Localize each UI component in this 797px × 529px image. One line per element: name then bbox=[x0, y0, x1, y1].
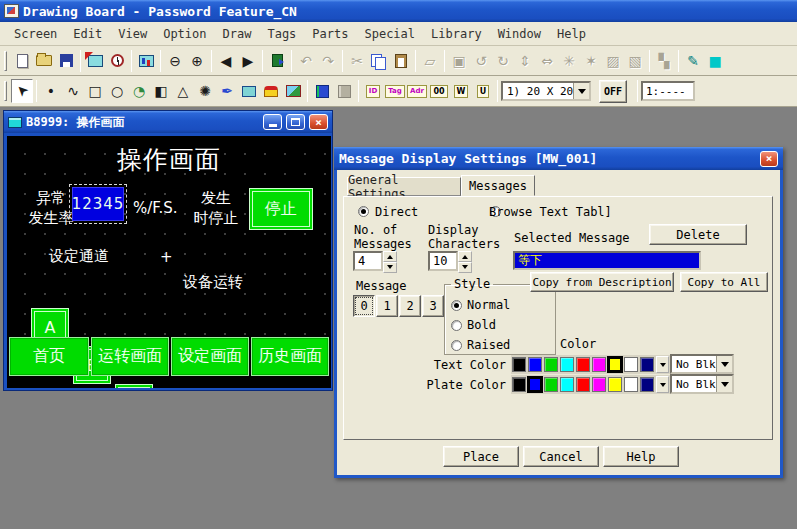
numeric-display[interactable]: 12345 bbox=[72, 187, 124, 221]
minimize-button[interactable] bbox=[263, 114, 282, 130]
exit-icon[interactable] bbox=[266, 49, 288, 73]
style-normal-radio[interactable] bbox=[451, 300, 462, 311]
color-swatch[interactable] bbox=[592, 377, 606, 392]
eraser-icon[interactable]: ▱ bbox=[419, 49, 441, 73]
dialog-titlebar[interactable]: Message Display Settings [MW_001] × bbox=[334, 147, 783, 170]
library-edit-icon[interactable] bbox=[333, 79, 355, 103]
direct-radio[interactable] bbox=[358, 206, 369, 217]
open-icon[interactable] bbox=[33, 49, 55, 73]
nav-history-screen-button[interactable]: 历史画面 bbox=[251, 337, 329, 376]
menu-help[interactable]: Help bbox=[549, 25, 594, 43]
copy-to-all-button[interactable]: Copy to All bbox=[680, 272, 768, 292]
drawing-canvas[interactable]: 操作画面 异常 发生率 12345 %/F.S. 发生 时停止 停止 设定通道 … bbox=[7, 136, 331, 388]
grid-size-select[interactable]: 1) 20 X 20 bbox=[501, 81, 591, 101]
menu-special[interactable]: Special bbox=[356, 25, 423, 43]
delete-button[interactable]: Delete bbox=[649, 224, 747, 245]
channel-c-switch[interactable]: C bbox=[115, 384, 153, 388]
toolbar-grip[interactable] bbox=[4, 81, 7, 101]
screen-window-titlebar[interactable]: B8999: 操作画面 × bbox=[4, 111, 332, 133]
display-characters-value[interactable]: 10 bbox=[428, 251, 458, 271]
color-swatch[interactable] bbox=[608, 377, 622, 392]
spin-up-icon[interactable] bbox=[383, 251, 397, 262]
cut-icon[interactable]: ✂ bbox=[346, 49, 368, 73]
zoom-in-icon[interactable]: ⊕ bbox=[186, 49, 208, 73]
pattern-tool[interactable]: ✺ bbox=[194, 79, 216, 103]
message-1-button[interactable]: 1 bbox=[376, 295, 398, 317]
style-raised-radio[interactable] bbox=[451, 340, 462, 351]
zoom-out-icon[interactable]: ⊖ bbox=[164, 49, 186, 73]
copy-from-description-button[interactable]: Copy from Description bbox=[530, 272, 674, 292]
chevron-down-icon[interactable] bbox=[573, 83, 589, 99]
previous-screen-icon[interactable]: ◀ bbox=[215, 49, 237, 73]
color-swatch[interactable] bbox=[576, 377, 590, 392]
nav-run-screen-button[interactable]: 运转画面 bbox=[91, 337, 169, 376]
show-address-icon[interactable]: Adr bbox=[406, 79, 428, 103]
fill-tool[interactable]: ◧ bbox=[150, 79, 172, 103]
tab-messages[interactable]: Messages bbox=[461, 175, 535, 196]
nav-home-button[interactable]: 首页 bbox=[9, 337, 89, 376]
color-swatch[interactable] bbox=[608, 357, 622, 372]
color-swatch[interactable] bbox=[640, 377, 654, 392]
flip-horizontal-icon[interactable]: ⇔ bbox=[536, 49, 558, 73]
tab-general-settings[interactable]: General Settings bbox=[347, 177, 461, 196]
parts-tool[interactable] bbox=[260, 79, 282, 103]
color-swatch[interactable] bbox=[512, 377, 526, 392]
tag-status-field[interactable]: 1:---- bbox=[641, 81, 695, 101]
polygon-tool[interactable]: △ bbox=[172, 79, 194, 103]
color-swatch[interactable] bbox=[544, 377, 558, 392]
set-channel-label[interactable]: 设定通道 bbox=[49, 246, 109, 266]
menu-parts[interactable]: Parts bbox=[304, 25, 356, 43]
close-icon[interactable]: × bbox=[309, 114, 328, 130]
menu-view[interactable]: View bbox=[110, 25, 155, 43]
color-swatch[interactable] bbox=[560, 357, 574, 372]
color-swatch[interactable] bbox=[544, 357, 558, 372]
help-button[interactable]: Help bbox=[603, 446, 679, 467]
color-swatch[interactable] bbox=[640, 357, 654, 372]
close-icon[interactable]: × bbox=[760, 151, 778, 167]
chevron-down-icon[interactable] bbox=[716, 376, 732, 392]
select-tool[interactable]: ➤ bbox=[11, 79, 33, 103]
screen-copy-tool[interactable] bbox=[238, 79, 260, 103]
polyline-tool[interactable]: ∿ bbox=[62, 79, 84, 103]
color-swatch[interactable] bbox=[528, 377, 542, 392]
transfer-icon[interactable] bbox=[84, 49, 106, 73]
show-id-icon[interactable]: ID bbox=[362, 79, 384, 103]
rotate-left-icon[interactable]: ↺ bbox=[470, 49, 492, 73]
flip-vertical-icon[interactable]: ⇕ bbox=[514, 49, 536, 73]
main-titlebar[interactable]: Drawing Board - Password Feature_CN bbox=[0, 0, 797, 22]
library-icon[interactable] bbox=[311, 79, 333, 103]
frame-color-icon[interactable]: ■ bbox=[704, 49, 726, 73]
color-swatch[interactable] bbox=[592, 357, 606, 372]
simulate-icon[interactable] bbox=[135, 49, 157, 73]
menu-tags[interactable]: Tags bbox=[259, 25, 304, 43]
unit-display-icon[interactable]: U bbox=[472, 79, 494, 103]
group-icon[interactable]: ▚ bbox=[653, 49, 675, 73]
color-swatch[interactable] bbox=[560, 377, 574, 392]
selected-message-field[interactable]: 等下 bbox=[513, 251, 701, 270]
screen-heading-text[interactable]: 操作画面 bbox=[117, 143, 221, 176]
menu-library[interactable]: Library bbox=[423, 25, 490, 43]
spin-up-icon[interactable] bbox=[458, 251, 472, 262]
plate-blink-select[interactable]: No Blk bbox=[670, 374, 734, 394]
copy-icon[interactable] bbox=[368, 49, 390, 73]
menu-edit[interactable]: Edit bbox=[65, 25, 110, 43]
duplicate-icon[interactable]: ▣ bbox=[448, 49, 470, 73]
word-display-icon[interactable]: W bbox=[450, 79, 472, 103]
nav-setting-screen-button[interactable]: 设定画面 bbox=[171, 337, 249, 376]
toolbar-grip[interactable] bbox=[4, 51, 7, 71]
more-colors-icon[interactable] bbox=[656, 356, 669, 373]
chevron-down-icon[interactable] bbox=[716, 356, 732, 372]
no-of-messages-value[interactable]: 4 bbox=[353, 251, 383, 271]
equipment-running-label[interactable]: 设备运转 bbox=[183, 272, 243, 292]
menu-draw[interactable]: Draw bbox=[215, 25, 260, 43]
color-swatch[interactable] bbox=[528, 357, 542, 372]
show-tag-icon[interactable]: Tag bbox=[384, 79, 406, 103]
color-swatch[interactable] bbox=[576, 357, 590, 372]
circle-tool[interactable]: ○ bbox=[106, 79, 128, 103]
message-3-button[interactable]: 3 bbox=[422, 295, 444, 317]
new-screen-icon[interactable] bbox=[11, 49, 33, 73]
next-screen-icon[interactable]: ▶ bbox=[237, 49, 259, 73]
paste-icon[interactable] bbox=[390, 49, 412, 73]
stop-switch-top[interactable]: 停止 bbox=[249, 188, 313, 230]
marker-tool[interactable]: ✒ bbox=[216, 79, 238, 103]
